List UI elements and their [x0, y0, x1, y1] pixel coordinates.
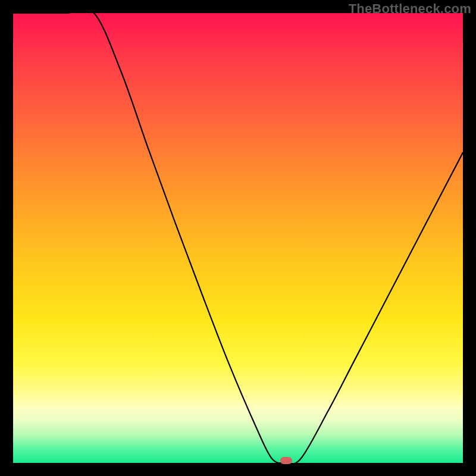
minimum-marker: [280, 457, 292, 464]
chart-container: TheBottleneck.com: [0, 0, 476, 476]
bottleneck-curve: [13, 13, 463, 463]
watermark-text: TheBottleneck.com: [349, 1, 471, 17]
